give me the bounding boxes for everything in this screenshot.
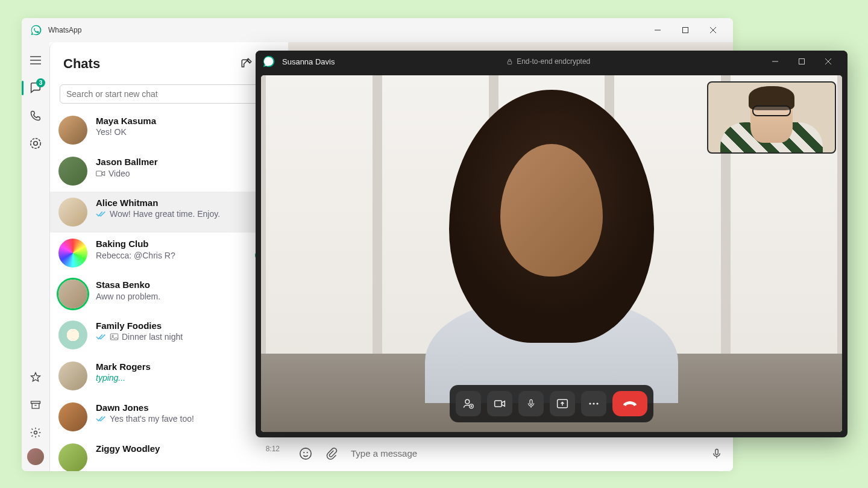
message-input[interactable] — [351, 448, 698, 458]
maximize-button[interactable] — [671, 18, 699, 42]
chat-time: 8:12 — [266, 445, 280, 453]
nav-starred[interactable] — [24, 365, 48, 389]
toggle-camera-button[interactable] — [487, 391, 512, 416]
attach-button[interactable] — [326, 447, 338, 460]
chat-item[interactable]: Family Foodies11:25Dinner last night — [50, 314, 288, 355]
hamburger-menu-button[interactable] — [24, 48, 48, 72]
search-field[interactable] — [60, 84, 278, 104]
svg-rect-12 — [508, 61, 511, 64]
call-titlebar[interactable]: Susanna Davis End-to-end endcrypted — [256, 51, 848, 72]
svg-point-10 — [307, 452, 308, 453]
svg-point-9 — [303, 452, 304, 453]
chat-avatar — [58, 402, 87, 431]
chat-avatar — [58, 280, 87, 308]
svg-rect-13 — [799, 59, 805, 64]
add-participant-button[interactable] — [456, 391, 481, 416]
svg-rect-5 — [96, 171, 102, 176]
message-composer — [288, 435, 733, 471]
chat-avatar — [58, 443, 87, 471]
chat-preview: Yes that's my fave too! — [110, 414, 280, 424]
call-peer-name: Susanna Davis — [282, 57, 335, 66]
chat-preview: typing... — [96, 373, 280, 383]
chat-avatar — [58, 116, 87, 145]
minimize-button[interactable] — [644, 18, 671, 42]
sidebar-title: Chats — [63, 56, 235, 72]
svg-point-3 — [34, 431, 37, 434]
svg-rect-17 — [530, 399, 532, 404]
chat-preview: Aww no problem. — [96, 292, 266, 301]
svg-rect-16 — [495, 401, 502, 407]
svg-rect-0 — [683, 28, 688, 33]
read-checkmarks-icon — [96, 415, 107, 422]
chat-name: Dawn Jones — [96, 402, 266, 413]
svg-point-21 — [596, 402, 598, 404]
toggle-mic-button[interactable] — [518, 391, 544, 416]
new-chat-button[interactable] — [235, 53, 257, 75]
lock-icon — [506, 58, 513, 66]
call-minimize-button[interactable] — [762, 51, 788, 72]
search-input[interactable] — [66, 89, 263, 99]
svg-point-7 — [112, 336, 114, 337]
nav-settings[interactable] — [24, 421, 48, 445]
svg-point-14 — [465, 399, 470, 404]
chat-name: Mark Rogers — [96, 361, 262, 372]
chat-name: Jason Ballmer — [96, 157, 262, 167]
share-screen-button[interactable] — [550, 391, 575, 416]
chat-preview: Wow! Have great time. Enjoy. — [110, 209, 280, 219]
whatsapp-logo-icon — [262, 54, 276, 69]
mic-button[interactable] — [711, 447, 722, 460]
my-avatar[interactable] — [27, 448, 44, 465]
chat-name: Ziggy Woodley — [96, 443, 266, 454]
more-options-button[interactable] — [581, 391, 606, 416]
nav-status[interactable] — [24, 131, 48, 155]
svg-point-2 — [34, 142, 37, 145]
call-video-area — [258, 72, 845, 435]
chat-item[interactable]: Baking Club14:46Rebecca: @Chris R?@1 — [50, 233, 288, 274]
chat-avatar — [58, 157, 87, 186]
remote-video-person — [401, 90, 702, 403]
self-video-pip[interactable] — [707, 81, 836, 154]
sidebar-header: Chats — [50, 42, 288, 81]
chat-item[interactable]: Stasa Benko13:53Aww no problem.2 — [50, 274, 288, 314]
chat-item[interactable]: Dawn Jones8:32Yes that's my fave too! — [50, 396, 288, 437]
call-window: Susanna Davis End-to-end endcrypted — [256, 51, 848, 437]
chat-item[interactable]: Maya Kasuma14:58Yes! OK — [50, 110, 288, 151]
svg-point-8 — [300, 448, 311, 458]
nav-rail: 3 — [22, 42, 49, 471]
chat-sidebar: Chats Maya Kasuma14:58Yes! OKJason Ballm… — [49, 42, 288, 471]
chat-item[interactable]: Ziggy Woodley8:12 — [50, 437, 288, 471]
nav-calls[interactable] — [24, 104, 48, 128]
close-button[interactable] — [699, 18, 727, 42]
svg-point-20 — [593, 402, 594, 404]
chat-preview: Video — [108, 169, 266, 178]
main-titlebar: WhatsApp — [22, 18, 733, 42]
chat-avatar — [58, 321, 87, 349]
emoji-button[interactable] — [299, 447, 312, 460]
app-title: WhatsApp — [48, 26, 81, 34]
whatsapp-logo-icon — [30, 24, 42, 36]
encryption-status: End-to-end endcrypted — [506, 57, 590, 66]
chat-preview: Yes! OK — [96, 127, 269, 137]
chat-preview: Rebecca: @Chris R? — [96, 251, 252, 260]
chat-avatar — [58, 239, 87, 267]
end-call-button[interactable] — [612, 391, 647, 416]
encryption-label: End-to-end endcrypted — [517, 57, 590, 66]
svg-rect-11 — [715, 449, 719, 454]
chat-item[interactable]: Jason Ballmer15:23Video3 — [50, 151, 288, 192]
chat-list[interactable]: Maya Kasuma14:58Yes! OKJason Ballmer15:2… — [50, 110, 288, 471]
nav-chats[interactable]: 3 — [24, 76, 48, 100]
chat-item[interactable]: Alice Whitman15:13Wow! Have great time. … — [50, 192, 288, 233]
chat-name: Stasa Benko — [96, 280, 262, 290]
call-maximize-button[interactable] — [788, 51, 815, 72]
chat-name: Baking Club — [96, 239, 262, 249]
chat-item[interactable]: Mark Rogers10:55typing... — [50, 355, 288, 396]
chat-name: Family Foodies — [96, 321, 262, 331]
read-checkmarks-icon — [96, 333, 107, 340]
nav-archive[interactable] — [24, 393, 48, 417]
call-controls — [450, 385, 653, 422]
call-close-button[interactable] — [815, 51, 841, 72]
video-icon — [96, 170, 105, 177]
photo-icon — [110, 333, 119, 341]
read-checkmarks-icon — [96, 210, 107, 217]
chat-name: Alice Whitman — [96, 198, 262, 208]
